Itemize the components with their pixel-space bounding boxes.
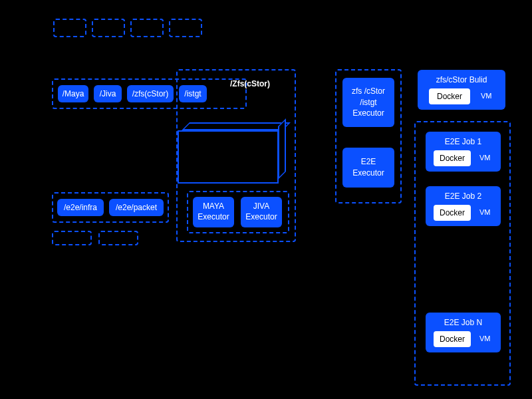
e2e-job-n-docker: Docker xyxy=(434,331,471,347)
e2e-job-n-title: E2E Job N xyxy=(431,318,495,327)
top-box-4 xyxy=(169,19,202,37)
e2e-job-n-vm: VM xyxy=(479,334,491,342)
e2e-executor: E2E Executor xyxy=(342,148,394,188)
e2e-job-1-vm: VM xyxy=(479,154,491,162)
repo-jiva: /Jiva xyxy=(94,85,122,102)
empty-box-2 xyxy=(98,231,138,245)
top-box-1 xyxy=(53,19,86,37)
e2e-infra: /e2e/infra xyxy=(57,199,104,216)
e2e-job-2-title: E2E Job 2 xyxy=(431,192,495,201)
repo-maya: /Maya xyxy=(58,85,88,102)
zfs-executor: zfs /cStor /istgt Executor xyxy=(342,78,394,127)
executors-outer-container xyxy=(176,69,296,242)
top-box-2 xyxy=(92,19,125,37)
e2e-packet: /e2e/packet xyxy=(109,199,164,216)
e2e-job-2-docker: Docker xyxy=(434,205,471,221)
e2e-job-1-title: E2E Job 1 xyxy=(431,137,495,146)
zfs-build-docker: Docker xyxy=(429,88,470,104)
zfs-build-title: zfs/cStor Bulid xyxy=(423,75,500,84)
e2e-job-2-vm: VM xyxy=(479,208,491,216)
repo-zfs: /zfs(cStor) xyxy=(127,85,174,102)
top-box-3 xyxy=(130,19,164,37)
zfs-build-vm: VM xyxy=(481,92,492,100)
empty-box-1 xyxy=(52,231,92,245)
e2e-job-1-docker: Docker xyxy=(434,150,471,166)
